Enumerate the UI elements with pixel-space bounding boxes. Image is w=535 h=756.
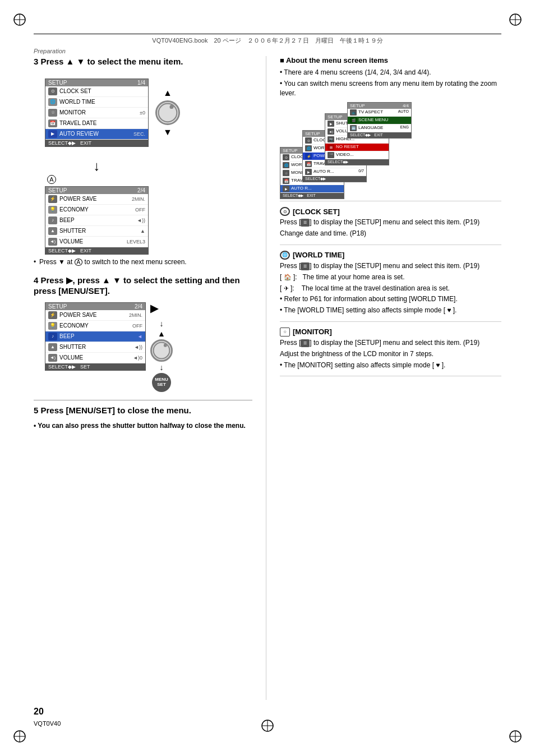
world-time-body1: Press [☰] to display the [SETUP] menu an… — [280, 261, 501, 271]
about-heading: ■ About the menu screen items — [280, 56, 501, 64]
s4-beep-icon: ♪ — [48, 333, 57, 340]
monitor-bullet1: • The [MONITOR] setting also affects sim… — [280, 361, 501, 370]
prep-label: Preparation — [34, 48, 66, 54]
menu1-row-world: 🌐 WORLD TIME — [45, 97, 148, 108]
menu2-page: 2/4 — [137, 187, 145, 193]
zoom-knob[interactable] — [155, 100, 180, 125]
step4-up-arrow: ▲ — [158, 329, 165, 338]
column-divider — [266, 56, 266, 700]
corner-tl — [11, 11, 28, 28]
about-bullet2: • You can switch menu screens from any m… — [280, 79, 501, 98]
world-time-section: 🌐 [WORLD TIME] Press [☰] to display the … — [280, 251, 501, 322]
up-arrow: ▲ — [163, 88, 172, 98]
menu2-header: SETUP 2/4 — [45, 187, 148, 194]
menu2-row-economy: 💡 ECONOMY OFF — [45, 205, 148, 215]
svg-point-15 — [164, 343, 167, 347]
travel-icon: 📅 — [48, 119, 57, 127]
shutter-icon: ▲ — [48, 227, 57, 235]
world-icon: 🌐 — [48, 98, 57, 106]
menu2-row-shutter: ▲ SHUTTER ▲ — [45, 226, 148, 237]
clock-set-body2: Change date and time. (P18) — [280, 229, 501, 238]
step3-bullet: Press ▼ at A to switch to the next menu … — [34, 258, 252, 266]
down-arrow-between: ↓ — [45, 158, 149, 174]
monitor-title: [MONITOR] — [293, 328, 332, 336]
world-time-home: [ 🏠 ]: The time at your home area is set… — [280, 273, 501, 282]
step4-row-volume: ◄) VOLUME ◄)0 — [45, 353, 145, 363]
step5-bullet: • You can also press the shutter button … — [34, 421, 252, 431]
clock-set-icon: ⊙ — [280, 207, 290, 216]
step4-heading: 4 Press ▶, press ▲ ▼ to select the setti… — [34, 275, 252, 297]
step4-menu-header: SETUP 2/4 — [45, 303, 145, 310]
menu1-title: SETUP — [48, 80, 67, 86]
economy-icon: 💡 — [48, 206, 57, 214]
step3-menu1-area: SETUP 1/4 ⊙ CLOCK SET 🌐 WORLD TIME ☆ MON… — [34, 73, 252, 153]
right-arrow-indicator: ▶ — [150, 302, 158, 315]
step5-area: 5 Press [MENU/SET] to close the menu. • … — [34, 400, 252, 431]
step4-row-powersave: ⚡ POWER SAVE 2MIN. — [45, 310, 145, 321]
monitor-icon: ☆ — [48, 109, 57, 117]
s4-volume-icon: ◄) — [48, 354, 57, 362]
menu2-row-powersave: ⚡ POWER SAVE 2MIN. — [45, 194, 148, 205]
header-text: VQT0V40ENG.book 20 ページ ２００６年２月２７日 月曜日 午後… — [152, 36, 382, 45]
world-time-title: [WORLD TIME] — [293, 251, 344, 259]
monitor-section: ☆ [MONITOR] Press [☰] to display the [SE… — [280, 328, 501, 376]
label-a-row: A — [45, 175, 252, 184]
page-number: 20 — [34, 707, 44, 717]
step4-controls: ▶ ↓ ▲ ↓ MENUSET — [150, 302, 173, 392]
step3-menu2: SETUP 2/4 ⚡ POWER SAVE 2MIN. 💡 ECONOMY O… — [45, 186, 149, 255]
corner-br — [507, 728, 524, 745]
monitor-body2: Adjust the brightness of the LCD monitor… — [280, 349, 501, 359]
menu1-row-monitor: ☆ MONITOR ±0 — [45, 108, 148, 118]
step3-heading: 3 Press ▲ ▼ to select the menu item. — [34, 56, 252, 67]
clock-set-title-row: ⊙ [CLOCK SET] — [280, 207, 501, 216]
step3-arrow-control: ▲ ▼ — [155, 88, 180, 137]
step4-knob[interactable] — [150, 339, 173, 362]
monitor-icon: ☆ — [280, 328, 290, 336]
world-time-travel: [ ✈ ]: The local time at the travel dest… — [280, 284, 501, 293]
menu2-row-volume: ◄) VOLUME LEVEL3 — [45, 237, 148, 247]
menu-set-button[interactable]: MENUSET — [152, 373, 171, 392]
page-code: VQT0V40 — [34, 720, 61, 727]
clock-set-title: [CLOCK SET] — [293, 208, 340, 216]
world-time-title-row: 🌐 [WORLD TIME] — [280, 251, 501, 260]
left-column: 3 Press ▲ ▼ to select the menu item. SET… — [34, 56, 252, 700]
menu1-row-autoreview: ▶ AUTO REVIEW SEC. — [45, 129, 148, 140]
step4-area: 4 Press ▶, press ▲ ▼ to select the setti… — [34, 275, 252, 392]
menu1-row-clock: ⊙ CLOCK SET — [45, 86, 148, 97]
label-a: A — [47, 175, 56, 184]
menu2-footer: SELECT◆▶ EXIT — [45, 247, 148, 254]
menu1-footer: SELECT◆▶ EXIT — [45, 140, 148, 146]
about-bullet1: • There are 4 menu screens (1/4, 2/4, 3/… — [280, 68, 501, 77]
stacked-menus-diagram: SETUP1/4 ⊙CLOCK SET 🌐WORLD ☆MONITOR 📅TRA… — [280, 102, 426, 192]
menu1-header: SETUP 1/4 — [45, 79, 148, 86]
corner-bl — [11, 728, 28, 745]
world-time-icon: 🌐 — [280, 251, 290, 260]
mini-menu-4: SETUP4/4 📺TV ASPECTAUTO 🎬SCENE MENU 🔤LAN… — [347, 102, 412, 139]
svg-point-14 — [154, 342, 170, 358]
clock-set-body1: Press [☰] to display the [SETUP] menu an… — [280, 218, 501, 227]
autoreview-icon: ▶ — [48, 130, 57, 138]
clock-set-section: ⊙ [CLOCK SET] Press [☰] to display the [… — [280, 207, 501, 245]
monitor-body1: Press [☰] to display the [SETUP] menu an… — [280, 338, 501, 348]
step4-menu: SETUP 2/4 ⚡ POWER SAVE 2MIN. 💡 ECONOMY O… — [45, 302, 146, 371]
world-time-bullet2: • The [WORLD TIME] setting also affects … — [280, 306, 501, 315]
step4-layout: SETUP 2/4 ⚡ POWER SAVE 2MIN. 💡 ECONOMY O… — [45, 302, 252, 392]
menu2-container: SETUP 2/4 ⚡ POWER SAVE 2MIN. 💡 ECONOMY O… — [45, 186, 149, 255]
volume-icon: ◄) — [48, 238, 57, 246]
s4-powersave-icon: ⚡ — [48, 311, 57, 319]
step4-row-economy: 💡 ECONOMY OFF — [45, 321, 145, 331]
svg-point-13 — [169, 105, 173, 109]
about-section: ■ About the menu screen items • There ar… — [280, 56, 501, 201]
header-bar: VQT0V40ENG.book 20 ページ ２００６年２月２７日 月曜日 午後… — [34, 34, 501, 45]
clock-icon: ⊙ — [48, 87, 57, 95]
world-time-bullet1: • Refer to P61 for information about set… — [280, 294, 501, 304]
bottom-center-mark — [259, 717, 276, 736]
s4-economy-icon: 💡 — [48, 322, 57, 330]
menu1-row-travel: 📅 TRAVEL DATE — [45, 118, 148, 129]
powersave-icon: ⚡ — [48, 195, 57, 203]
step4-down-arrow: ↓ — [160, 319, 164, 328]
beep-icon: ♪ — [48, 216, 57, 224]
menu2-row-beep: ♪ BEEP ◄)) — [45, 215, 148, 226]
menu2-title: SETUP — [48, 187, 67, 193]
step4-menu-footer: SELECT◆▶ SET — [45, 363, 145, 370]
